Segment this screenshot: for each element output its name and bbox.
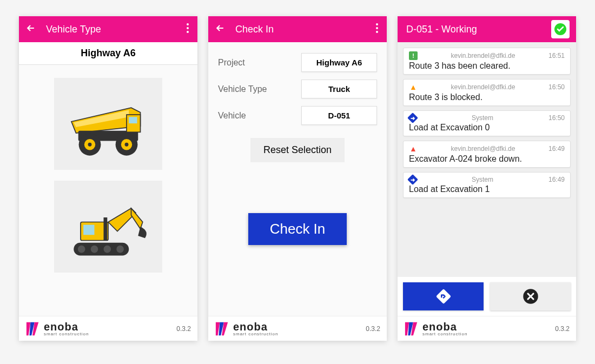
alert-icon: ▲	[409, 144, 418, 153]
appbar-title: Vehicle Type	[46, 24, 184, 35]
form-row-vehicle-type: Vehicle Type Truck	[218, 80, 377, 98]
warning-icon: ▲	[409, 83, 418, 91]
brand-tagline: smart construction	[233, 332, 278, 336]
back-icon[interactable]	[25, 23, 36, 36]
vehicle-list	[19, 65, 197, 286]
back-icon[interactable]	[215, 23, 226, 36]
message-time: 16:50	[548, 114, 565, 122]
enoba-logo-icon	[215, 321, 230, 336]
message-sender: kevin.brendel@dfki.de	[423, 145, 543, 153]
navigation-icon: ➜	[407, 112, 418, 123]
appbar: D-051 - Working	[398, 16, 576, 42]
value-vehicle[interactable]: D-051	[301, 106, 377, 125]
form-row-vehicle: Vehicle D-051	[218, 106, 377, 125]
label-project: Project	[218, 58, 245, 68]
footer: enoba smart construction 0.3.2	[398, 316, 576, 341]
checkin-form: Project Highway A6 Vehicle Type Truck Ve…	[208, 42, 387, 256]
value-vehicle-type[interactable]: Truck	[301, 80, 377, 98]
brand-tagline: smart construction	[422, 332, 467, 336]
close-circle-icon	[523, 288, 539, 305]
message-body: Route 3 has been cleared.	[409, 61, 565, 71]
form-row-project: Project Highway A6	[218, 53, 377, 72]
message-sender: System	[422, 176, 543, 183]
overflow-menu-icon[interactable]	[374, 23, 380, 36]
svg-rect-15	[83, 225, 94, 235]
appbar-title: D-051 - Working	[406, 24, 551, 35]
message-item[interactable]: ➜System16:49Load at Excavation 1	[403, 172, 571, 198]
svg-rect-7	[129, 117, 137, 123]
brand-logo: enoba smart construction	[404, 321, 467, 336]
checkin-button[interactable]: Check In	[248, 213, 347, 245]
value-project[interactable]: Highway A6	[301, 53, 377, 72]
vehicle-option-truck[interactable]	[54, 78, 162, 170]
message-sender: kevin.brendel@dfki.de	[423, 83, 543, 91]
message-body: Excavator A-024 broke down.	[409, 154, 565, 164]
appbar: Check In	[208, 16, 387, 42]
content: !kevin.brendel@dfki.de16:51Route 3 has b…	[398, 42, 576, 316]
project-subheader: Highway A6	[19, 42, 197, 65]
version-label: 0.3.2	[176, 325, 191, 333]
svg-rect-26	[435, 289, 451, 304]
brand-name: enoba	[233, 321, 278, 332]
overflow-menu-icon[interactable]	[184, 23, 191, 36]
svg-point-1	[187, 27, 189, 29]
svg-point-20	[104, 246, 111, 253]
message-item[interactable]: ▲kevin.brendel@dfki.de16:49Excavator A-0…	[403, 141, 571, 168]
svg-point-22	[376, 23, 378, 25]
version-label: 0.3.2	[555, 325, 570, 333]
message-item[interactable]: !kevin.brendel@dfki.de16:51Route 3 has b…	[403, 48, 571, 75]
message-sender: kevin.brendel@dfki.de	[423, 52, 543, 59]
message-time: 16:51	[548, 52, 565, 59]
navigation-icon	[435, 288, 452, 305]
appbar: Vehicle Type	[19, 16, 197, 42]
reset-button[interactable]: Reset Selection	[250, 138, 345, 162]
message-body: Route 3 is blocked.	[409, 92, 565, 102]
message-sender: System	[422, 114, 543, 122]
cancel-button[interactable]	[490, 282, 571, 310]
svg-point-0	[187, 23, 189, 25]
appbar-title: Check In	[235, 24, 374, 35]
enoba-logo-icon	[25, 321, 41, 336]
message-time: 16:49	[548, 176, 565, 183]
message-time: 16:50	[548, 83, 565, 91]
check-circle-icon	[554, 23, 567, 36]
message-body: Load at Excavation 1	[409, 184, 565, 194]
brand-logo: enoba smart construction	[215, 321, 278, 336]
message-item[interactable]: ➜System16:50Load at Excavation 0	[403, 110, 571, 136]
svg-point-24	[376, 31, 378, 33]
message-list: !kevin.brendel@dfki.de16:51Route 3 has b…	[398, 42, 576, 316]
dump-truck-icon	[62, 89, 154, 159]
navigate-button[interactable]	[403, 282, 484, 310]
svg-point-10	[88, 143, 92, 147]
svg-point-19	[91, 246, 98, 253]
brand-name: enoba	[422, 321, 467, 332]
navigation-icon: ➜	[407, 174, 418, 185]
message-body: Load at Excavation 0	[409, 123, 565, 133]
svg-point-23	[376, 27, 378, 29]
ok-icon: !	[409, 51, 418, 60]
brand-name: enoba	[44, 321, 89, 332]
svg-point-18	[78, 246, 85, 253]
screen-working: D-051 - Working !kevin.brendel@dfki.de16…	[398, 16, 576, 341]
footer: enoba smart construction 0.3.2	[208, 316, 387, 341]
screen-check-in: Check In Project Highway A6 Vehicle Type…	[208, 16, 387, 341]
content	[19, 65, 197, 316]
svg-point-13	[125, 143, 129, 147]
excavator-icon	[62, 189, 154, 264]
enoba-logo-icon	[404, 321, 419, 336]
status-check-button[interactable]	[551, 20, 570, 38]
svg-point-2	[187, 31, 189, 33]
message-item[interactable]: ▲kevin.brendel@dfki.de16:50Route 3 is bl…	[403, 79, 571, 106]
vehicle-option-excavator[interactable]	[54, 181, 162, 273]
screen-vehicle-type: Vehicle Type Highway A6	[19, 16, 197, 341]
label-vehicle: Vehicle	[218, 111, 246, 121]
brand-logo: enoba smart construction	[25, 321, 89, 336]
svg-rect-16	[104, 217, 108, 241]
content: Project Highway A6 Vehicle Type Truck Ve…	[208, 42, 387, 316]
footer: enoba smart construction 0.3.2	[19, 316, 197, 341]
brand-tagline: smart construction	[44, 332, 89, 336]
action-row	[398, 277, 576, 316]
label-vehicle-type: Vehicle Type	[218, 84, 267, 94]
version-label: 0.3.2	[366, 325, 380, 333]
svg-point-21	[116, 246, 124, 253]
